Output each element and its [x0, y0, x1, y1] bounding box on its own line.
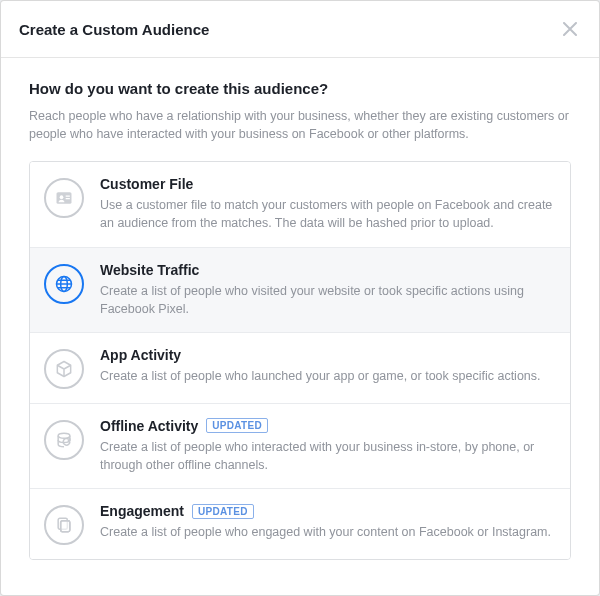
close-icon — [563, 22, 577, 36]
svg-point-1 — [60, 196, 64, 200]
option-title: Engagement — [100, 503, 184, 519]
svg-point-7 — [58, 433, 70, 438]
modal-title: Create a Custom Audience — [19, 21, 209, 38]
explainer-text: Reach people who have a relationship wit… — [29, 107, 571, 143]
modal-header: Create a Custom Audience — [1, 1, 599, 58]
pages-icon — [44, 505, 84, 545]
option-desc: Create a list of people who launched you… — [100, 367, 554, 385]
option-offline-activity[interactable]: Offline Activity UPDATED Create a list o… — [30, 404, 570, 489]
option-text: Engagement UPDATED Create a list of peop… — [100, 503, 554, 541]
close-button[interactable] — [559, 15, 581, 43]
stack-refresh-icon — [44, 420, 84, 460]
option-desc: Create a list of people who engaged with… — [100, 523, 554, 541]
option-title: App Activity — [100, 347, 181, 363]
option-app-activity[interactable]: App Activity Create a list of people who… — [30, 333, 570, 404]
option-desc: Use a customer file to match your custom… — [100, 196, 554, 232]
option-text: Offline Activity UPDATED Create a list o… — [100, 418, 554, 474]
updated-badge: UPDATED — [206, 418, 268, 433]
question-heading: How do you want to create this audience? — [29, 80, 571, 97]
option-engagement[interactable]: Engagement UPDATED Create a list of peop… — [30, 489, 570, 559]
modal-body: How do you want to create this audience?… — [1, 58, 599, 595]
audience-option-list: Customer File Use a customer file to mat… — [29, 161, 571, 560]
option-title: Website Traffic — [100, 262, 199, 278]
option-desc: Create a list of people who interacted w… — [100, 438, 554, 474]
option-website-traffic[interactable]: Website Traffic Create a list of people … — [30, 248, 570, 333]
custom-audience-modal: Create a Custom Audience How do you want… — [0, 0, 600, 596]
option-title: Customer File — [100, 176, 193, 192]
option-customer-file[interactable]: Customer File Use a customer file to mat… — [30, 162, 570, 247]
globe-icon — [44, 264, 84, 304]
contact-card-icon — [44, 178, 84, 218]
option-desc: Create a list of people who visited your… — [100, 282, 554, 318]
updated-badge: UPDATED — [192, 504, 254, 519]
option-text: App Activity Create a list of people who… — [100, 347, 554, 385]
cube-icon — [44, 349, 84, 389]
option-text: Customer File Use a customer file to mat… — [100, 176, 554, 232]
option-title: Offline Activity — [100, 418, 198, 434]
option-text: Website Traffic Create a list of people … — [100, 262, 554, 318]
svg-rect-3 — [66, 198, 70, 199]
svg-rect-2 — [66, 196, 70, 197]
svg-rect-9 — [61, 521, 70, 532]
